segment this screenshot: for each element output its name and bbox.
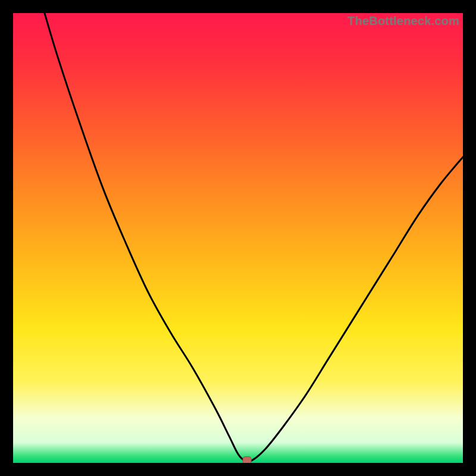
plot-svg <box>13 13 463 463</box>
optimal-point-marker <box>243 456 251 463</box>
gradient-background <box>13 13 463 463</box>
watermark-text: TheBottleneck.com <box>347 14 459 28</box>
plot-area: TheBottleneck.com <box>13 13 463 463</box>
chart-frame: TheBottleneck.com <box>0 0 476 476</box>
